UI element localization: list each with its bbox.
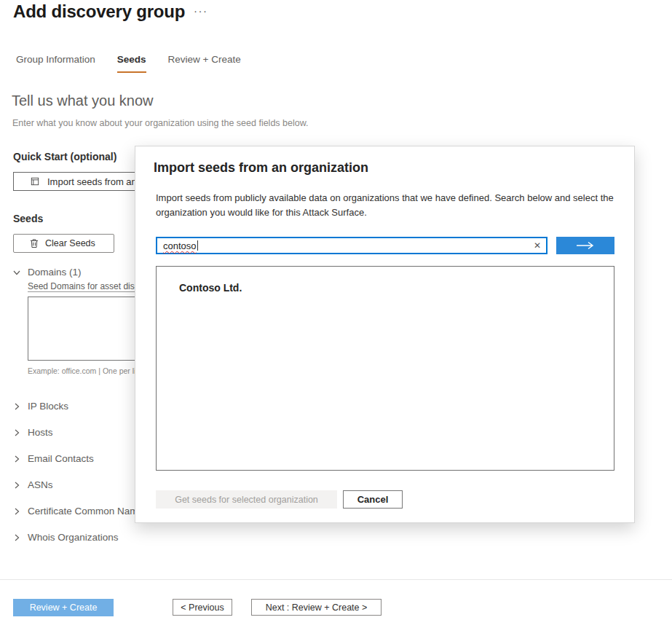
dialog-description: Import seeds from publicly available dat…	[156, 191, 616, 220]
chevron-right-icon	[12, 533, 21, 542]
more-options-icon[interactable]: ···	[194, 4, 208, 17]
section-label: Whois Organizations	[28, 532, 119, 543]
get-seeds-button[interactable]: Get seeds for selected organization	[156, 490, 337, 509]
clear-seeds-button-label: Clear Seeds	[45, 238, 95, 248]
section-email-contacts[interactable]: Email Contacts	[12, 453, 94, 464]
arrow-right-icon	[576, 241, 595, 250]
section-hosts[interactable]: Hosts	[12, 427, 53, 438]
section-label: IP Blocks	[28, 401, 68, 412]
quick-start-label: Quick Start (optional)	[13, 151, 116, 162]
trash-icon	[30, 239, 39, 248]
previous-button[interactable]: < Previous	[173, 599, 232, 616]
tab-group-information[interactable]: Group Information	[16, 54, 95, 73]
cancel-button[interactable]: Cancel	[343, 490, 403, 509]
tab-seeds[interactable]: Seeds	[117, 54, 146, 73]
section-label: Email Contacts	[28, 453, 94, 464]
domains-section-label: Domains (1)	[28, 267, 82, 278]
section-whois-organizations[interactable]: Whois Organizations	[12, 532, 119, 543]
seeds-section-label: Seeds	[13, 213, 43, 224]
page-title: Add discovery group	[13, 1, 185, 22]
import-seeds-dialog: Import seeds from an organization Import…	[135, 146, 635, 523]
review-create-button[interactable]: Review + Create	[13, 599, 114, 616]
tab-review-create[interactable]: Review + Create	[168, 54, 241, 73]
section-label: ASNs	[28, 479, 53, 490]
dialog-title: Import seeds from an organization	[154, 160, 368, 176]
organization-search-input[interactable]: contoso ✕	[156, 237, 548, 254]
clear-seeds-button[interactable]: Clear Seeds	[13, 234, 114, 253]
section-heading: Tell us what you know	[12, 93, 154, 109]
chevron-right-icon	[12, 455, 21, 463]
section-certificate-common-names[interactable]: Certificate Common Names	[12, 506, 149, 517]
chevron-right-icon	[12, 402, 21, 411]
clear-search-icon[interactable]: ✕	[534, 241, 541, 250]
chevron-down-icon	[12, 268, 21, 277]
organization-result-item[interactable]: Contoso Ltd.	[179, 282, 614, 294]
section-asns[interactable]: ASNs	[12, 479, 53, 490]
section-label: Hosts	[28, 427, 53, 438]
add-discovery-group-page: Add discovery group ··· Group Informatio…	[0, 0, 672, 628]
seed-domains-example-hint: Example: office.com | One per line	[28, 366, 144, 375]
wizard-tabs: Group Information Seeds Review + Create	[16, 54, 241, 73]
search-submit-button[interactable]	[556, 237, 614, 254]
next-button[interactable]: Next : Review + Create >	[251, 599, 382, 616]
section-label: Certificate Common Names	[28, 506, 149, 517]
text-caret	[197, 240, 198, 251]
section-description: Enter what you know about your organizat…	[12, 118, 309, 128]
section-domains[interactable]: Domains (1)	[12, 267, 82, 278]
search-input-value: contoso	[163, 240, 197, 251]
import-grid-icon	[31, 177, 39, 186]
organization-results-list: Contoso Ltd.	[156, 266, 614, 471]
chevron-right-icon	[12, 428, 21, 437]
chevron-right-icon	[12, 481, 21, 490]
footer-divider	[0, 579, 672, 580]
section-ip-blocks[interactable]: IP Blocks	[12, 401, 68, 412]
chevron-right-icon	[12, 507, 21, 516]
